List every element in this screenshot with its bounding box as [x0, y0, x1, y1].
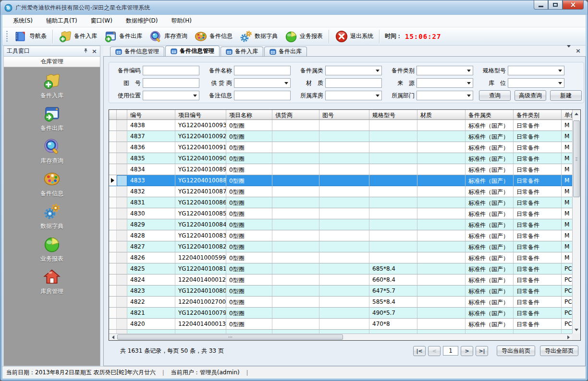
toolbar-item-gears[interactable]: 数据字典 [236, 28, 281, 45]
grid-header-supplier[interactable]: 供货商 [272, 110, 319, 119]
sidebar-item-palette[interactable]: 备件信息 [4, 170, 100, 200]
row-selector-cell[interactable] [117, 164, 127, 175]
sidebar-item-inbound[interactable]: 备件入库 [4, 72, 100, 102]
horizontal-scrollbar[interactable] [109, 333, 572, 340]
part-type-select[interactable] [416, 66, 473, 75]
sidebar-item-gears[interactable]: 数据字典 [4, 202, 100, 232]
table-row[interactable]: 4837YG122040100920型圈标准件（国产）日常备件M [109, 131, 580, 142]
table-row[interactable]: 482212204010027000型圈585*8.4标准件（国产）日常备件PC [109, 297, 580, 308]
table-row[interactable]: 4825YG122040100810型圈685*8.4标准件（国产）日常备件PC [109, 263, 580, 274]
toolbar-item-outbound[interactable]: 备件出库 [100, 28, 146, 45]
export-all-pages-button[interactable]: 导出全部页 [540, 345, 578, 356]
row-selector-cell[interactable] [117, 252, 127, 263]
table-row[interactable]: 4831YG122040100860型圈标准件（国产）日常备件M [109, 197, 580, 208]
dropdown-button[interactable] [374, 67, 381, 74]
grid-header-code[interactable]: 项目编号 [175, 110, 226, 119]
scroll-down-icon[interactable] [573, 326, 580, 333]
table-row[interactable]: 4821YG122040100790型圈490*5.7标准件（国产）日常备件PC [109, 308, 580, 319]
menu-item-4[interactable]: 帮助(H) [167, 15, 196, 27]
part-category-select[interactable] [325, 66, 382, 75]
row-selector-cell[interactable] [117, 175, 127, 186]
tab-0[interactable]: 备件信息管理 [110, 47, 164, 56]
page-number-input[interactable] [443, 346, 458, 356]
grid-header-spec[interactable]: 规格型号 [369, 110, 417, 119]
minimize-button[interactable] [534, 0, 548, 10]
table-row[interactable]: 4827YG122040100820型圈标准件（国产）日常备件M [109, 241, 580, 252]
row-selector-cell[interactable] [117, 319, 127, 330]
row-selector-cell[interactable] [117, 263, 127, 274]
material-input[interactable] [325, 78, 382, 88]
part-code-input[interactable] [143, 66, 199, 75]
sidebar-item-pie[interactable]: 业务报表 [4, 235, 100, 265]
table-row[interactable]: 4838YG122040100930型圈标准件（国产）日常备件M [109, 120, 580, 131]
first-page-button[interactable]: |< [413, 346, 426, 356]
dropdown-button[interactable] [465, 79, 472, 87]
sidebar-group-title[interactable]: 仓库管理 [4, 57, 100, 67]
close-icon[interactable]: × [92, 48, 97, 54]
row-selector-cell[interactable] [117, 297, 127, 308]
table-row[interactable]: 4823YG122040100800型圈647*5.7标准件（国产）日常备件PC [109, 286, 580, 297]
dropdown-button[interactable] [191, 92, 198, 99]
grid-header-figure[interactable]: 图号 [319, 110, 369, 119]
table-row[interactable]: 482012204014000130型圈470*8标准件（国产）日常备件PC [109, 319, 580, 330]
dropdown-button[interactable] [465, 67, 472, 74]
table-row[interactable]: 4834YG122040100890型圈标准件（国产）日常备件M [109, 164, 580, 175]
advanced-query-button[interactable]: 高级查询 [514, 90, 546, 101]
sidebar-item-magnifier[interactable]: 库存查询 [4, 137, 100, 167]
source-select[interactable] [416, 78, 473, 88]
department-select[interactable] [416, 91, 473, 100]
sidebar-item-outbound[interactable]: 备件出库 [4, 105, 100, 134]
usage-position-select[interactable] [143, 91, 199, 100]
remark-input[interactable] [234, 91, 291, 100]
table-row[interactable]: 482412204014000120型圈660*8.4标准件（国产）日常备件PC [109, 274, 580, 286]
menu-item-2[interactable]: 窗口(W) [86, 15, 117, 27]
figure-no-input[interactable] [143, 78, 199, 88]
table-row[interactable]: 4833YG122040100880型圈标准件（国产）日常备件M [109, 175, 580, 186]
row-selector-cell[interactable] [117, 219, 127, 230]
tab-1[interactable]: 备件信息管理 [165, 46, 220, 56]
close-button[interactable]: × [563, 0, 584, 10]
row-selector-cell[interactable] [117, 153, 127, 164]
scroll-left-icon[interactable] [109, 333, 117, 341]
grid-header-name[interactable]: 项目名称 [226, 110, 272, 119]
row-selector-cell[interactable] [117, 274, 127, 286]
row-selector-cell[interactable] [117, 197, 127, 208]
row-selector-cell[interactable] [117, 286, 127, 297]
tab-list-button[interactable] [567, 48, 571, 54]
vertical-scrollbar[interactable] [572, 110, 580, 333]
menu-item-3[interactable]: 数据维护(D) [121, 15, 163, 27]
grid-header-unit[interactable]: 单位 [562, 110, 573, 119]
location-select[interactable] [508, 78, 564, 88]
table-row[interactable]: 4832YG122040100870型圈标准件（国产）日常备件M [109, 186, 580, 197]
prev-page-button[interactable]: < [428, 346, 441, 356]
toolbar-item-palette[interactable]: 备件信息 [191, 28, 236, 45]
grid-header-category[interactable]: 备件属类 [466, 110, 514, 119]
maximize-button[interactable] [548, 0, 563, 10]
toolbar-item-inbound[interactable]: 备件入库 [55, 28, 100, 45]
last-page-button[interactable]: >| [476, 346, 488, 356]
grid-header-material[interactable]: 材质 [417, 110, 466, 119]
dropdown-button[interactable] [556, 79, 564, 87]
row-selector-cell[interactable] [117, 131, 127, 142]
row-selector-cell[interactable] [117, 142, 127, 153]
pin-icon[interactable] [83, 48, 88, 55]
table-row[interactable]: 4830YG122040100850型圈标准件（国产）日常备件M [109, 208, 580, 219]
table-row[interactable]: 4829YG122040100840型圈标准件（国产）日常备件M [109, 219, 580, 230]
spec-model-select[interactable] [508, 66, 564, 75]
tab-2[interactable]: 备件入库 [220, 47, 263, 56]
warehouse-select[interactable] [325, 91, 382, 100]
dropdown-button[interactable] [556, 67, 564, 74]
vertical-scroll-thumb[interactable] [573, 120, 580, 197]
dropdown-button[interactable] [465, 92, 472, 99]
dropdown-button[interactable] [282, 79, 290, 87]
supplier-select[interactable] [234, 78, 291, 88]
table-row[interactable]: 4836YG122040100910型圈标准件（国产）日常备件M [109, 142, 580, 153]
row-selector-cell[interactable] [117, 230, 127, 241]
row-selector-cell[interactable] [117, 241, 127, 252]
dropdown-button[interactable] [374, 92, 381, 99]
table-row[interactable]: 4828YG122040100830型圈标准件（国产）日常备件M [109, 230, 580, 241]
menu-item-1[interactable]: 辅助工具(T) [41, 15, 82, 27]
row-selector-cell[interactable] [117, 186, 127, 197]
toolbar-grip[interactable] [6, 30, 8, 43]
menu-item-0[interactable]: 系统(S) [8, 15, 37, 27]
